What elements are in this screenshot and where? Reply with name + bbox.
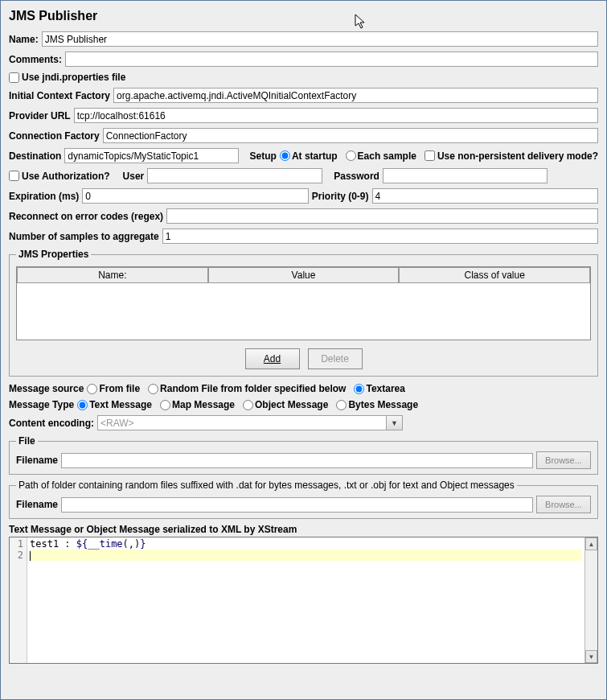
editor-gutter: 1 2	[10, 537, 27, 663]
folder-filename-label: Filename	[16, 499, 58, 510]
agg-label: Number of samples to aggregate	[9, 231, 159, 242]
delete-button: Delete	[308, 348, 363, 369]
comments-label: Comments:	[9, 54, 62, 65]
msg-type-label: Message Type	[9, 399, 74, 410]
setup-label: Setup	[250, 150, 277, 162]
type-map-radio[interactable]: Map Message	[160, 399, 235, 410]
nonpersist-checkbox[interactable]: Use non-persistent delivery mode?	[424, 150, 598, 162]
user-label: User	[123, 171, 145, 182]
auth-checkbox[interactable]: Use Authorization?	[9, 171, 110, 182]
pass-label: Password	[334, 171, 379, 182]
src-textarea-radio[interactable]: Textarea	[354, 383, 404, 394]
provider-input[interactable]	[74, 108, 598, 123]
jms-properties-legend: JMS Properties	[16, 249, 91, 260]
provider-label: Provider URL	[9, 110, 71, 121]
icf-label: Initial Context Factory	[9, 90, 110, 101]
file-filename-input[interactable]	[61, 453, 533, 468]
reconnect-input[interactable]	[166, 208, 598, 224]
agg-input[interactable]	[162, 229, 598, 244]
col-name[interactable]: Name:	[17, 267, 208, 283]
file-browse-button: Browse...	[536, 451, 591, 469]
folder-group: Path of folder containing random files s…	[9, 480, 598, 519]
col-value[interactable]: Value	[208, 267, 400, 283]
prio-input[interactable]	[372, 188, 598, 204]
use-jndi-label: Use jndi.properties file	[22, 72, 125, 83]
folder-filename-input[interactable]	[61, 497, 533, 513]
add-button[interactable]: Add	[245, 348, 300, 369]
file-filename-label: Filename	[16, 455, 58, 466]
name-input[interactable]	[42, 31, 598, 47]
name-label: Name:	[9, 34, 39, 45]
col-class[interactable]: Class of value	[399, 267, 590, 283]
file-group: File Filename Browse...	[9, 435, 598, 475]
text-editor[interactable]: 1 2 test1 : ${__time(,)} ▲ ▼	[9, 537, 598, 664]
comments-input[interactable]	[65, 51, 598, 67]
editor-label: Text Message or Object Message serialize…	[9, 524, 598, 535]
file-legend: File	[16, 435, 38, 447]
encoding-combo[interactable]: ▼	[97, 415, 403, 430]
chevron-down-icon[interactable]: ▼	[387, 415, 403, 430]
page-title: JMS Publisher	[9, 9, 598, 23]
editor-scrollbar[interactable]: ▲ ▼	[584, 537, 597, 663]
encoding-input[interactable]	[97, 415, 387, 430]
exp-input[interactable]	[82, 188, 308, 204]
conn-fact-input[interactable]	[103, 128, 598, 143]
use-jndi-checkbox[interactable]: Use jndi.properties file	[9, 72, 125, 83]
scroll-up-icon[interactable]: ▲	[585, 537, 597, 550]
folder-browse-button: Browse...	[536, 496, 591, 513]
user-input[interactable]	[147, 168, 322, 183]
editor-code[interactable]: test1 : ${__time(,)}	[27, 537, 584, 663]
setup-each-radio[interactable]: Each sample	[346, 150, 416, 162]
setup-startup-radio[interactable]: At startup	[280, 150, 338, 162]
pass-input[interactable]	[383, 168, 548, 183]
jms-table-body	[17, 283, 590, 340]
use-jndi-checkbox-input[interactable]	[9, 72, 19, 83]
conn-fact-label: Connection Factory	[9, 130, 100, 142]
reconnect-label: Reconnect on error codes (regex)	[9, 211, 163, 222]
dest-label: Destination	[9, 150, 61, 162]
type-object-radio[interactable]: Object Message	[243, 399, 328, 410]
jms-properties-group: JMS Properties Name: Value Class of valu…	[9, 249, 598, 377]
folder-legend: Path of folder containing random files s…	[16, 480, 517, 491]
src-random-radio[interactable]: Random File from folder specified below	[148, 383, 346, 394]
type-text-radio[interactable]: Text Message	[77, 399, 152, 410]
icf-input[interactable]	[113, 88, 598, 103]
prio-label: Priority (0-9)	[312, 191, 369, 202]
scroll-down-icon[interactable]: ▼	[585, 650, 597, 663]
exp-label: Expiration (ms)	[9, 191, 79, 202]
dest-input[interactable]	[64, 148, 238, 163]
jms-properties-table: Name: Value Class of value	[16, 266, 591, 340]
src-file-radio[interactable]: From file	[87, 383, 140, 394]
msg-source-label: Message source	[9, 383, 84, 394]
encoding-label: Content encoding:	[9, 418, 94, 429]
type-bytes-radio[interactable]: Bytes Message	[336, 399, 418, 410]
